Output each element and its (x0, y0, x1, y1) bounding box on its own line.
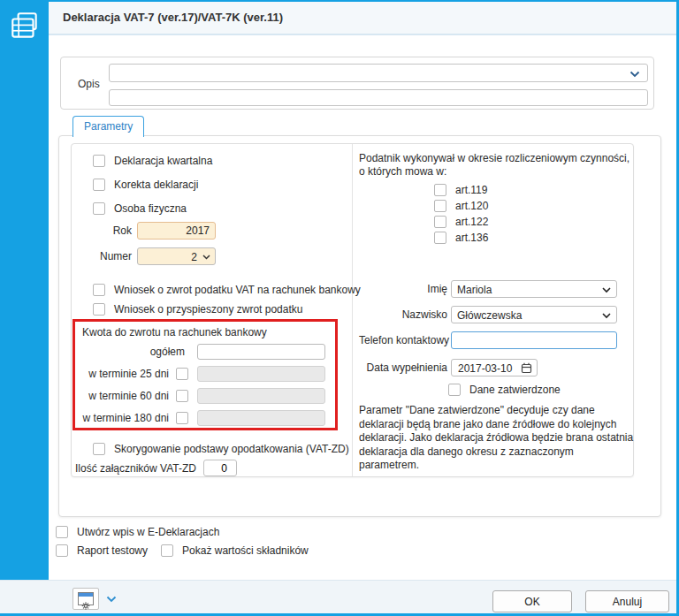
parametry-panel: Deklaracja kwartalna Korekta deklaracji … (58, 135, 661, 517)
ogolem-label: ogółem (82, 346, 197, 358)
imie-label: Imię (359, 283, 447, 295)
terminie-60-label: w terminie 60 dni (82, 390, 176, 402)
checkbox-wniosek-przyspieszony[interactable] (93, 303, 105, 316)
right-column: Podatnik wykonywał w okresie rozliczenio… (353, 144, 637, 476)
parameters-inner-box: Deklaracja kwartalna Korekta deklaracji … (71, 143, 634, 477)
footer-bar: OK Anuluj (0, 580, 679, 613)
checkbox-korekta-deklaracji[interactable] (93, 179, 105, 191)
kwota-zwrotu-title: Kwota do zwrotu na rachunek bankowy (75, 322, 335, 338)
checkbox-art-120[interactable] (434, 200, 446, 212)
numer-select[interactable]: 2 (137, 247, 216, 265)
numer-value: 2 (191, 251, 197, 263)
nazwisko-value: Główczewska (457, 309, 522, 322)
nazwisko-select[interactable]: Główczewska (451, 306, 617, 323)
dialog-title: Deklaracja VAT-7 (ver.17)/VAT-7K (ver.11… (63, 11, 283, 24)
imie-select[interactable]: Mariola (451, 280, 617, 298)
chevron-down-icon (629, 71, 640, 78)
checkbox-label: Korekta deklaracji (114, 179, 198, 191)
checkbox-pokaz-wartosci[interactable] (161, 544, 173, 557)
checkbox-dane-zatwierdzone[interactable] (448, 384, 461, 396)
nazwisko-label: Nazwisko (359, 308, 447, 321)
dane-zatwierdzone-note: Parametr "Dane zatwierdzone" decyduje cz… (359, 404, 635, 473)
checkbox-osoba-fizyczna[interactable] (93, 202, 105, 215)
telefon-label: Telefon kontaktowy (359, 334, 447, 346)
checkbox-label: Deklaracja kwartalna (114, 155, 212, 167)
left-column: Deklaracja kwartalna Korekta deklaracji … (72, 144, 353, 476)
dialog-border-top (0, 0, 679, 2)
checkbox-label: Osoba fizyczna (114, 202, 187, 215)
title-bar: Deklaracja VAT-7 (ver.17)/VAT-7K (ver.11… (49, 0, 679, 35)
checkbox-art-136[interactable] (434, 232, 446, 244)
checkbox-art-119[interactable] (434, 184, 446, 196)
opis-input[interactable] (109, 89, 648, 106)
checkbox-label: Skorygowanie podstawy opodatkowania (VAT… (114, 443, 349, 455)
podatnik-text: Podatnik wykonywał w okresie rozliczenio… (359, 152, 637, 179)
ogolem-input[interactable] (197, 344, 325, 360)
opis-combobox[interactable] (109, 64, 648, 82)
cancel-button[interactable]: Anuluj (585, 590, 669, 612)
chevron-down-icon (602, 313, 611, 319)
checkbox-terminie-180[interactable] (176, 412, 188, 424)
checkbox-label: art.136 (455, 232, 488, 244)
imie-value: Mariola (457, 284, 492, 296)
document-table-icon (8, 10, 42, 47)
checkbox-label: art.122 (455, 216, 488, 228)
checkbox-raport-testowy[interactable] (56, 544, 68, 557)
rok-input[interactable] (137, 222, 216, 240)
chevron-down-icon (602, 287, 611, 293)
checkbox-wniosek-zwrot-vat[interactable] (93, 284, 105, 296)
terminie-180-input (197, 410, 325, 426)
zalaczniki-input[interactable] (203, 460, 237, 476)
opis-group: Opis (60, 57, 654, 110)
checkbox-deklaracja-kwartalna[interactable] (93, 155, 105, 167)
checkbox-label: Raport testowy (77, 544, 148, 557)
checkbox-label: Wniosek o przyspieszony zwrot podatku (114, 303, 302, 316)
data-wypelnienia-input[interactable]: 2017-03-10 (451, 359, 538, 376)
rok-label: Rok (72, 224, 132, 237)
numer-label: Numer (72, 250, 132, 262)
checkbox-label: Dane zatwierdzone (469, 384, 561, 396)
checkbox-utworz-edeklaracje[interactable] (56, 526, 68, 538)
checkbox-label: art.120 (455, 200, 488, 212)
chevron-down-icon (202, 255, 210, 260)
tab-parametry[interactable]: Parametry (72, 116, 144, 137)
opis-label: Opis (78, 78, 100, 90)
left-accent-strip (0, 0, 49, 616)
calendar-icon[interactable] (521, 362, 532, 376)
telefon-input[interactable] (451, 331, 617, 349)
data-value: 2017-03-10 (458, 362, 512, 375)
checkbox-label: art.119 (455, 184, 487, 196)
checkbox-label: Pokaż wartości składników (182, 544, 309, 557)
zalaczniki-label: Ilość załączników VAT-ZD (75, 462, 196, 475)
ok-button[interactable]: OK (492, 590, 572, 612)
checkbox-skorygowanie-vat-zd[interactable] (93, 443, 105, 455)
checkbox-art-122[interactable] (434, 216, 446, 228)
checkbox-terminie-60[interactable] (176, 390, 188, 402)
terminie-60-input (197, 388, 325, 404)
settings-chevron-down-icon[interactable] (106, 592, 117, 605)
terminie-180-label: w terminie 180 dni (82, 412, 176, 424)
checkbox-terminie-25[interactable] (176, 368, 188, 380)
checkbox-label: Wniosek o zwrot podatku VAT na rachunek … (114, 284, 361, 296)
kwota-zwrotu-highlight-box: Kwota do zwrotu na rachunek bankowy ogół… (72, 319, 338, 430)
settings-button[interactable] (72, 588, 99, 610)
checkbox-label: Utwórz wpis w E-Deklaracjach (77, 526, 219, 538)
terminie-25-input (197, 366, 325, 382)
terminie-25-label: w terminie 25 dni (82, 368, 176, 380)
settings-window-icon (78, 592, 94, 605)
vat-declaration-dialog: Deklaracja VAT-7 (ver.17)/VAT-7K (ver.11… (0, 0, 679, 616)
data-wypelnienia-label: Data wypełnienia (359, 361, 447, 374)
